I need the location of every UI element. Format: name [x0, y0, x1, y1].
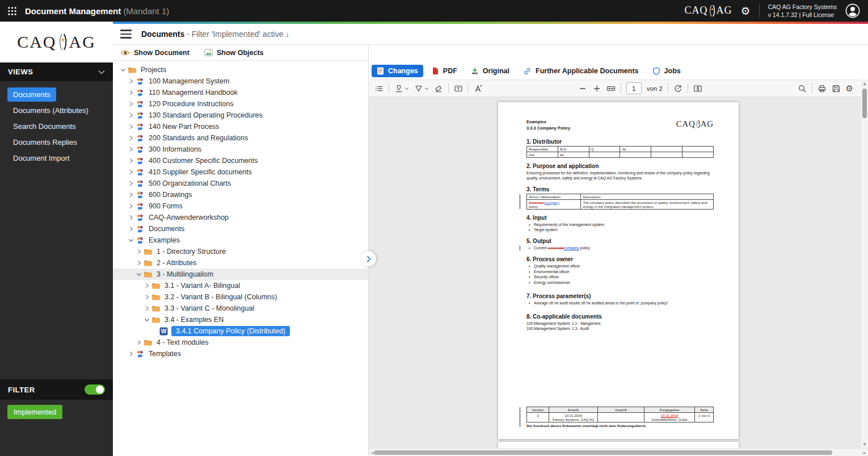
doc-section-terms: 3. Terms: [526, 186, 714, 193]
user-avatar[interactable]: [845, 3, 860, 18]
expand-chevron-icon[interactable]: [127, 350, 136, 358]
tree-item[interactable]: 3.2 - Variant B - Bilingual (Columns): [113, 291, 368, 303]
tree-item[interactable]: Documents: [113, 223, 368, 235]
tree-item[interactable]: 200 Standards and Regulations: [113, 132, 368, 144]
expand-chevron-icon[interactable]: [127, 111, 136, 119]
sidebar-item-documents-replies[interactable]: Documents Replies: [7, 135, 83, 149]
expand-chevron-icon[interactable]: [142, 282, 151, 290]
collapse-chevron-icon[interactable]: [142, 316, 151, 324]
tree-item[interactable]: 120 Procedure Instructions: [113, 98, 368, 110]
doc-section-process-owner: 6. Process owner: [526, 256, 714, 262]
show-document-button[interactable]: Show Document: [121, 49, 189, 57]
tree-item[interactable]: 2 - Attributes: [113, 257, 368, 269]
tree-item[interactable]: 3.1 - Variant A- Bilingual: [113, 280, 368, 291]
sidebar-item-documents[interactable]: Documents: [7, 87, 56, 102]
tree-item[interactable]: Examples: [113, 235, 368, 246]
distribution-cell: All: [558, 152, 589, 158]
collapse-chevron-icon[interactable]: [119, 66, 128, 74]
filter-badge-implemented[interactable]: Implemented: [7, 405, 62, 419]
scroll-up-arrow-icon[interactable]: ▲: [861, 80, 868, 87]
panel-collapse-handle[interactable]: [361, 251, 376, 266]
tree-item[interactable]: 1 - Directory Structure: [113, 246, 368, 257]
print-icon[interactable]: [818, 84, 827, 93]
tree-item[interactable]: 400 Customer Specific Documents: [113, 155, 368, 166]
expand-chevron-icon[interactable]: [127, 168, 136, 176]
facing-pages-button[interactable]: [693, 84, 702, 93]
tree-item[interactable]: 130 Standard Operating Procedures: [113, 110, 368, 121]
tree-item[interactable]: 900 Forms: [113, 200, 368, 212]
textbox-tool-icon[interactable]: [454, 84, 463, 93]
search-icon[interactable]: [798, 84, 807, 93]
show-objects-button[interactable]: Show Objects: [204, 49, 264, 57]
expand-chevron-icon[interactable]: [127, 77, 136, 85]
sidebar-item-documents-attributes[interactable]: Documents (Attributes): [7, 103, 94, 118]
tree-item[interactable]: Templates: [113, 348, 368, 359]
expand-chevron-icon[interactable]: [127, 179, 136, 187]
expand-chevron-icon[interactable]: [127, 100, 136, 108]
expand-chevron-icon[interactable]: [142, 293, 151, 301]
tab-jobs[interactable]: Jobs: [647, 65, 686, 78]
word-icon: W: [159, 327, 170, 336]
expand-chevron-icon[interactable]: [127, 145, 136, 153]
rotate-button[interactable]: [673, 84, 682, 93]
settings-gear-icon[interactable]: ⚙: [741, 6, 751, 16]
tab-pdf[interactable]: PDF: [427, 65, 462, 77]
vertical-scroll-thumb[interactable]: [862, 89, 867, 118]
expand-chevron-icon[interactable]: [127, 157, 136, 165]
expand-chevron-icon[interactable]: [127, 225, 136, 233]
tree-item[interactable]: 300 Informations: [113, 144, 368, 155]
freetext-tool-icon[interactable]: [474, 84, 483, 93]
expand-chevron-icon[interactable]: [127, 89, 136, 97]
fit-width-button[interactable]: [606, 84, 616, 93]
tree-item[interactable]: 3.4 - Examples EN: [113, 314, 368, 325]
expand-chevron-icon[interactable]: [134, 259, 144, 267]
scroll-down-arrow-icon[interactable]: ▼: [861, 441, 868, 447]
tree-item[interactable]: Projects: [113, 64, 368, 76]
draw-tool-icon[interactable]: [414, 84, 429, 93]
tab-changes[interactable]: Changes: [372, 65, 423, 77]
vertical-scrollbar[interactable]: ▲ ▼: [861, 80, 868, 448]
menu-hamburger-icon[interactable]: [120, 30, 132, 39]
tree-item[interactable]: 110 Management Handbook: [113, 87, 368, 98]
tree-item[interactable]: W 3.4.1 Company Policy (Distributed): [113, 325, 368, 337]
tree-item[interactable]: 100 Management System: [113, 76, 368, 87]
zoom-out-button[interactable]: [578, 84, 587, 93]
eraser-tool-icon[interactable]: [434, 84, 443, 93]
expand-chevron-icon[interactable]: [134, 248, 144, 256]
tab-original[interactable]: Original: [466, 65, 515, 77]
scroll-right-arrow-icon[interactable]: ▸: [861, 449, 868, 456]
tree-item[interactable]: CAQ-Anwenderworkshop: [113, 212, 368, 223]
highlighter-tool-icon[interactable]: [394, 84, 409, 93]
sidebar-item-document-import[interactable]: Document Import: [7, 151, 75, 165]
outline-panel-icon[interactable]: [374, 84, 384, 93]
tree-item[interactable]: 3 - Multilingualism: [113, 269, 368, 280]
tree-item[interactable]: 500 Organizational Charts: [113, 178, 368, 189]
app-grid-icon[interactable]: [7, 6, 17, 16]
tree-item[interactable]: 4 - Text modules: [113, 337, 368, 348]
horizontal-scrollbar[interactable]: ◂ ▸: [369, 448, 868, 456]
expand-chevron-icon[interactable]: [142, 304, 151, 312]
expand-chevron-icon[interactable]: [127, 123, 136, 131]
expand-chevron-icon[interactable]: [127, 191, 136, 199]
views-header[interactable]: VIEWS: [0, 62, 113, 81]
save-icon[interactable]: [832, 84, 841, 93]
viewer-settings-gear-icon[interactable]: ⚙: [846, 84, 853, 93]
tree-item[interactable]: 410 Supplier Specific documents: [113, 166, 368, 178]
tree-item[interactable]: 140 New Part Process: [113, 121, 368, 132]
expand-chevron-icon[interactable]: [127, 134, 136, 142]
zoom-in-button[interactable]: [592, 84, 601, 93]
sidebar-item-search-documents[interactable]: Search Documents: [7, 119, 82, 133]
release-date-link[interactable]: 23.11.2016: [661, 413, 679, 417]
doc-bullet: •Average oft he audit results oft he aud…: [526, 300, 714, 306]
page-number-input[interactable]: [626, 82, 642, 94]
collapse-chevron-icon[interactable]: [127, 236, 136, 244]
tree-item[interactable]: 600 Drawings: [113, 189, 368, 200]
filter-toggle[interactable]: [85, 384, 105, 395]
tree-item[interactable]: 3.3 - Variant C - Monolingual: [113, 303, 368, 314]
tab-further-applicable-documents[interactable]: Further Applicable Documents: [518, 65, 644, 78]
expand-chevron-icon[interactable]: [127, 214, 136, 221]
collapse-chevron-icon[interactable]: [134, 270, 144, 278]
expand-chevron-icon[interactable]: [134, 338, 144, 346]
expand-chevron-icon[interactable]: [127, 202, 136, 210]
horizontal-scroll-thumb[interactable]: [374, 450, 832, 455]
